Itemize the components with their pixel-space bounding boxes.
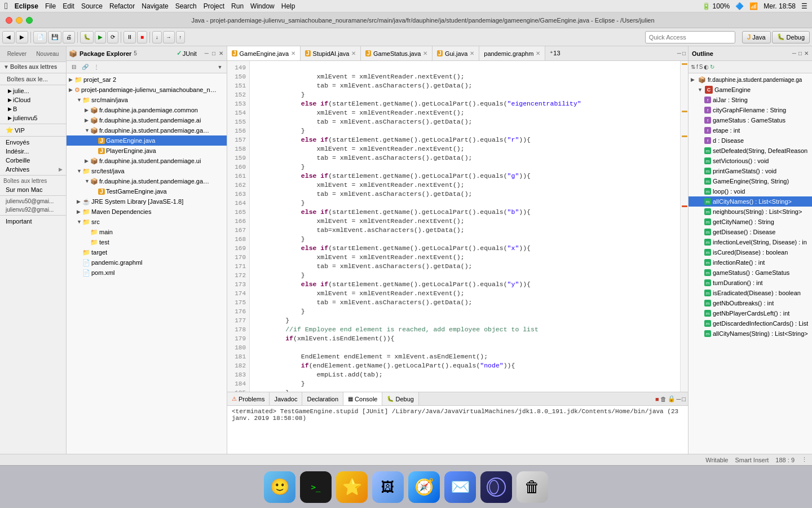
minimize-button[interactable] (16, 17, 23, 24)
sur-mon-mac[interactable]: Sur mon Mac (0, 185, 66, 194)
debug-perspective-button[interactable]: 🐛 Debug (772, 31, 810, 43)
tab-debug[interactable]: 🐛 Debug (382, 392, 418, 405)
back-button[interactable]: ◀ (2, 31, 15, 43)
outline-method-iscured[interactable]: m isCured(Disease) : boolean (689, 247, 812, 257)
sort-outline-button[interactable]: ⇅ (691, 64, 695, 70)
dock-eclipse[interactable] (480, 471, 512, 503)
run-last-button[interactable]: ⟳ (107, 31, 118, 43)
tab-more[interactable]: ⁺13 (545, 46, 564, 60)
close-panel-button[interactable]: ✕ (218, 50, 224, 56)
mail-item-boites[interactable]: Boîtes aux le... (0, 75, 66, 84)
maximize-button[interactable] (26, 17, 33, 24)
tree-item-main[interactable]: 📁 main (67, 227, 227, 237)
outline-field-gamestatus[interactable]: f gameStatus : GameStatus (689, 115, 812, 125)
close-button[interactable] (6, 17, 12, 24)
tab-gameengine[interactable]: J GameEngine.java ✕ (227, 46, 301, 60)
collapse-all-button[interactable]: ⊟ (69, 62, 79, 72)
mail-corbeille[interactable]: Corbeille (0, 156, 66, 165)
outline-method-getcityname[interactable]: m getCityName() : String (689, 217, 812, 227)
outline-close[interactable]: ✕ (804, 50, 809, 56)
relever-button[interactable]: Relever (7, 51, 27, 57)
tree-item-src-test[interactable]: ▼ 📁 src/test/java (67, 166, 227, 176)
mail-indesir[interactable]: Indésir... (0, 147, 66, 156)
java-perspective-button[interactable]: J Java (742, 31, 771, 43)
outline-method-printgamestats[interactable]: m printGameStats() : void (689, 166, 812, 176)
outline-method-getnbplayercards[interactable]: m getNbPlayerCardsLeft() : int (689, 308, 812, 318)
tab-gamestatus[interactable]: J GameStatus.java ✕ (361, 46, 433, 60)
outline-method-allcitynames2[interactable]: m allCityNames(String) : List<String> (689, 329, 812, 339)
tab-pandemic[interactable]: pandemic.graphm ✕ (479, 46, 545, 60)
hide-nonpublic-button[interactable]: ◐ (704, 64, 709, 70)
outline-method-iseradicated[interactable]: m isEradicated(Disease) : boolean (689, 288, 812, 298)
outline-method-getnboutbreaks[interactable]: m getNbOutbreaks() : int (689, 298, 812, 308)
tab-close-gamestatus[interactable]: ✕ (423, 50, 427, 56)
dock-terminal[interactable]: >_ (300, 471, 332, 503)
outline-constructor-gameengine[interactable]: m GameEngine(String, String) (689, 176, 812, 186)
outline-class-path[interactable]: ▶ 📦 fr.dauphine.ja.student.pandemiage.ga (689, 75, 812, 85)
menu-project[interactable]: Project (204, 2, 224, 10)
tab-problems[interactable]: ⚠ Problems (227, 392, 270, 405)
more-status-icon[interactable]: ⋮ (801, 456, 807, 463)
tree-item-src-main[interactable]: ▼ 📁 src/main/java (67, 95, 227, 105)
mail-important[interactable]: Important (0, 217, 66, 226)
outline-method-allcitynames[interactable]: m allCityNames() : List<String> (689, 196, 812, 207)
outline-method-loop[interactable]: m loop() : void (689, 186, 812, 196)
mail-item-julie[interactable]: ▶ julie... (0, 86, 66, 95)
tab-close-gameengine[interactable]: ✕ (291, 50, 295, 56)
tab-close-stupidai[interactable]: ✕ (351, 50, 356, 56)
tab-stupidai[interactable]: J StupidAI.java ✕ (301, 46, 361, 60)
menu-search[interactable]: Search (175, 2, 197, 10)
email-1[interactable]: julienvu50@gmai... (0, 197, 66, 205)
tab-javadoc[interactable]: Javadoc (270, 392, 302, 405)
menu-edit[interactable]: Edit (63, 2, 74, 10)
dock-finder[interactable]: 🙂 (264, 471, 295, 503)
menu-refactor[interactable]: Refactor (109, 2, 135, 10)
menu-eclipse[interactable]: Eclipse (15, 2, 38, 10)
tree-item-ui-pkg[interactable]: ▶ 📦 fr.dauphine.ja.student.pandemiage.ui (67, 156, 227, 166)
tab-console[interactable]: ▦ Console (343, 392, 382, 405)
outline-field-d[interactable]: f d : Disease (689, 135, 812, 146)
tree-item-pandemic-graphml[interactable]: 📄 pandemic.graphml (67, 257, 227, 268)
mail-envoys[interactable]: Envoyés (0, 138, 66, 147)
pe-arrow-down[interactable]: ▼ (215, 63, 224, 72)
debug-button[interactable]: 🐛 (80, 31, 94, 43)
tree-item-gameengine-pkg[interactable]: ▼ 📦 fr.dauphine.ja.student.pandemiage.ga… (67, 125, 227, 135)
tree-item-common[interactable]: ▶ 📦 fr.dauphine.ja.pandemiage.common (67, 105, 227, 115)
step-return-button[interactable]: ↑ (176, 31, 186, 43)
dock-preview[interactable]: 🖼 (372, 471, 404, 503)
mail-item-b[interactable]: ▶ B (0, 104, 66, 113)
tree-item-projet-pandemiage[interactable]: ▶ ⚙ projet-pandemiage-julienvu_samiachou… (67, 85, 227, 95)
step-into-button[interactable]: ↓ (152, 31, 162, 43)
outline-method-infectionlevel[interactable]: m infectionLevel(String, Disease) : in (689, 237, 812, 247)
tree-item-target[interactable]: 📁 target (67, 247, 227, 257)
maximize-bottom-button[interactable]: □ (682, 396, 686, 402)
outline-method-turnduration[interactable]: m turnDuration() : int (689, 278, 812, 288)
outline-field-etape[interactable]: f etape : int (689, 125, 812, 135)
tab-gui[interactable]: J Gui.java ✕ (433, 46, 479, 60)
outline-method-setvictorious[interactable]: m setVictorious() : void (689, 156, 812, 166)
tab-close-gui[interactable]: ✕ (470, 50, 474, 56)
outline-method-getdiscarded[interactable]: m getDiscardedInfectionCards() : List (689, 318, 812, 329)
dock-star[interactable]: ⭐ (336, 471, 368, 503)
menu-help[interactable]: Help (281, 2, 295, 10)
maximize-editor-button[interactable]: □ (682, 50, 686, 56)
outline-class-gameengine[interactable]: ▼ C GameEngine (689, 85, 812, 95)
junit-tab[interactable]: ✓ JUnit (174, 50, 199, 57)
terminate-button[interactable]: ■ (655, 396, 659, 402)
outline-method-getdisease[interactable]: m getDisease() : Disease (689, 227, 812, 237)
maximize-panel-button[interactable]: □ (211, 50, 217, 56)
outline-method-gamestatus[interactable]: m gameStatus() : GameStatus (689, 268, 812, 278)
scroll-lock-button[interactable]: 🔒 (668, 395, 676, 402)
outline-minimize[interactable]: ─ (792, 50, 796, 56)
dock-mail-app[interactable]: ✉️ (444, 471, 476, 503)
menu-file[interactable]: File (45, 2, 56, 10)
mail-vip[interactable]: ⭐ VIP (0, 125, 66, 135)
menu-source[interactable]: Source (81, 2, 103, 10)
forward-button[interactable]: ▶ (16, 31, 28, 43)
tree-item-playerengine-java[interactable]: J PlayerEngine.java (67, 146, 227, 156)
outline-field-aijar[interactable]: f aiJar : String (689, 95, 812, 105)
menu-navigate[interactable]: Navigate (142, 2, 168, 10)
apple-menu[interactable]:  (5, 1, 8, 11)
stop-button[interactable]: ■ (137, 31, 147, 43)
dock-safari[interactable]: 🧭 (408, 471, 440, 503)
